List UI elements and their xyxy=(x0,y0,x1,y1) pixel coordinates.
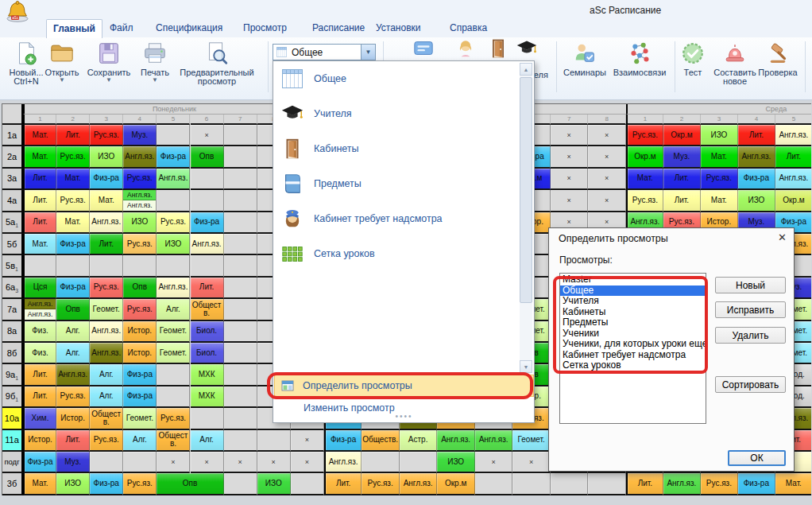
close-icon[interactable]: ✕ xyxy=(778,231,787,243)
timetable-cell[interactable]: Рус.яз. xyxy=(56,387,90,408)
row-label[interactable]: 11а xyxy=(2,430,23,452)
timetable-cell[interactable] xyxy=(157,364,190,386)
timetable-cell[interactable]: Лит. xyxy=(23,190,56,212)
timetable-cell[interactable]: Цся xyxy=(23,278,56,299)
timetable-cell[interactable]: Физ-ра xyxy=(191,212,224,234)
timetable-cell[interactable] xyxy=(400,452,438,473)
row-label[interactable]: 8б xyxy=(2,343,23,364)
tab-main[interactable]: Главный xyxy=(46,19,102,38)
ribbon-button-print[interactable]: Печать▼ xyxy=(135,38,175,97)
timetable-cell[interactable]: Англ.яз. xyxy=(475,430,513,452)
timetable-cell[interactable]: Обществ. xyxy=(191,299,224,320)
timetable-cell[interactable] xyxy=(224,364,257,386)
timetable-cell[interactable]: Рус.яз. xyxy=(701,169,738,190)
timetable-cell[interactable]: Алг. xyxy=(56,321,90,343)
timetable-cell[interactable]: Физ-ра xyxy=(56,234,90,255)
timetable-cell[interactable]: Англ.яз. xyxy=(738,146,775,168)
timetable-cell[interactable]: Лит. xyxy=(56,430,90,452)
timetable-cell[interactable] xyxy=(224,387,257,408)
timetable-cell[interactable]: Алг. xyxy=(191,430,224,452)
timetable-cell[interactable] xyxy=(123,255,157,277)
scrollbar-thumb[interactable] xyxy=(520,77,532,303)
menu-item-supervisor-woman[interactable]: Кабинет требует надсмотра xyxy=(274,201,521,236)
timetable-cell[interactable] xyxy=(224,430,257,452)
timetable-cell[interactable]: Англ.яз. xyxy=(437,430,475,452)
timetable-cell[interactable]: × xyxy=(257,452,291,473)
rooms-door-icon[interactable] xyxy=(487,37,509,60)
timetable-cell[interactable] xyxy=(23,255,56,277)
timetable-cell[interactable]: Геомет. xyxy=(90,299,123,320)
timetable-cell[interactable] xyxy=(56,255,90,277)
timetable-cell[interactable]: ИЗО xyxy=(701,125,738,146)
timetable-cell[interactable]: × xyxy=(588,146,626,168)
menu-scrollbar[interactable]: ▲ ▼ xyxy=(520,63,532,373)
timetable-cell[interactable]: × xyxy=(551,125,589,146)
timetable-cell[interactable] xyxy=(224,190,257,212)
timetable-cell[interactable]: Физ-ра xyxy=(90,169,123,190)
timetable-cell[interactable] xyxy=(224,278,257,299)
row-label[interactable]: 8а xyxy=(2,321,23,343)
timetable-cell[interactable] xyxy=(191,190,224,212)
timetable-cell[interactable]: Мат. xyxy=(701,190,738,212)
timetable-cell[interactable]: Мат. xyxy=(626,169,663,190)
timetable-cell[interactable] xyxy=(224,212,257,234)
tab-item[interactable]: Просмотр xyxy=(237,20,293,37)
timetable-cell[interactable] xyxy=(191,255,224,277)
menu-item-subjects-book[interactable]: Предметы xyxy=(274,166,521,201)
timetable-cell[interactable] xyxy=(224,146,257,168)
timetable-cell[interactable]: Муз. xyxy=(56,452,90,473)
timetable-cell[interactable]: Рус.яз. xyxy=(90,430,123,452)
ribbon-button-test-seal[interactable]: Тест xyxy=(676,38,710,97)
view-selector-combobox[interactable]: Общее ▼ xyxy=(273,44,376,60)
timetable-cell[interactable] xyxy=(224,321,257,343)
timetable-cell[interactable]: Окр.м xyxy=(663,125,701,146)
timetable-cell[interactable] xyxy=(191,169,224,190)
row-label[interactable]: подг xyxy=(2,452,23,473)
row-label[interactable]: 5а1 xyxy=(2,212,23,234)
timetable-cell[interactable]: Физ-ра xyxy=(56,278,90,299)
timetable-cell[interactable]: Рус.яз. xyxy=(626,190,663,212)
timetable-cell[interactable] xyxy=(123,452,157,473)
ribbon-button-gavel[interactable]: Проверка xyxy=(752,38,803,97)
timetable-cell[interactable]: Физ-ра xyxy=(90,473,123,495)
timetable-cell[interactable]: Опв xyxy=(123,278,157,299)
timetable-cell[interactable]: ИЗО xyxy=(123,212,157,234)
timetable-cell[interactable]: Мат. xyxy=(56,169,90,190)
timetable-cell[interactable]: Англ.яз. xyxy=(775,169,811,190)
timetable-cell[interactable]: Окр.м xyxy=(437,473,475,495)
timetable-cell[interactable] xyxy=(224,255,257,277)
timetable-cell[interactable]: Мат. xyxy=(775,473,811,495)
timetable-cell[interactable]: Лит. xyxy=(23,212,56,234)
timetable-cell[interactable]: Англ.яз. xyxy=(90,343,123,364)
ok-button[interactable]: ОК xyxy=(728,450,786,466)
timetable-cell[interactable]: Геомет. xyxy=(123,408,157,429)
ribbon-button-seminars-person[interactable]: Семинары xyxy=(559,38,610,97)
timetable-cell[interactable]: Англ.яз.Англ.яз. xyxy=(23,299,56,320)
timetable-cell[interactable]: Биол. xyxy=(191,343,224,364)
timetable-cell[interactable]: Англ.яз. xyxy=(90,321,123,343)
timetable-cell[interactable]: ИЗО xyxy=(90,146,123,168)
timetable-cell[interactable]: Истор. xyxy=(56,408,90,429)
tab-item[interactable]: Файл xyxy=(103,20,140,37)
timetable-cell[interactable] xyxy=(291,473,324,495)
timetable-cell[interactable]: Мат. xyxy=(90,190,123,212)
timetable-cell[interactable]: Англ.яз. xyxy=(123,146,157,168)
timetable-cell[interactable]: Лит. xyxy=(90,234,123,255)
timetable-cell[interactable] xyxy=(157,255,190,277)
row-label[interactable]: 5в1 xyxy=(2,255,23,277)
timetable-cell[interactable]: Англ.яз. xyxy=(663,473,701,495)
timetable-cell[interactable]: МХК xyxy=(191,387,224,408)
timetable-cell[interactable]: Мат. xyxy=(23,146,56,168)
timetable-cell[interactable]: Мат. xyxy=(56,212,90,234)
timetable-cell[interactable] xyxy=(157,125,190,146)
timetable-cell[interactable]: МХК xyxy=(191,364,224,386)
timetable-cell[interactable]: Англ.яз. xyxy=(191,234,224,255)
ribbon-button-open-folder[interactable]: Открыть▼ xyxy=(43,38,81,97)
scroll-up-icon[interactable]: ▲ xyxy=(520,63,532,76)
timetable-cell[interactable]: Англ.яз.Англ.яз. xyxy=(123,190,157,212)
menu-item-grad-cap[interactable]: Учителя xyxy=(274,96,521,131)
timetable-cell[interactable]: Мат. xyxy=(23,473,56,495)
row-label[interactable]: 3а xyxy=(2,169,23,190)
timetable-cell[interactable]: Окр.м xyxy=(775,190,811,212)
timetable-cell[interactable]: Лит. xyxy=(23,387,56,408)
